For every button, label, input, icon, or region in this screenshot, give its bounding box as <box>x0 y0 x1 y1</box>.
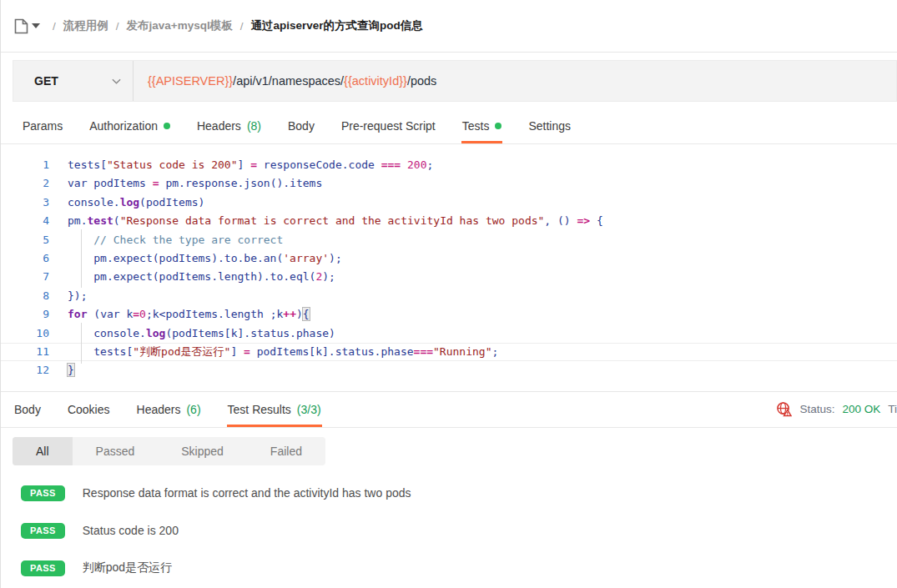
filter-skipped[interactable]: Skipped <box>158 437 247 465</box>
code-token: { <box>590 214 603 227</box>
filter-failed[interactable]: Failed <box>247 437 325 465</box>
code-token: === <box>414 345 433 358</box>
code-token: (podItems[k].status.phase) <box>165 327 335 339</box>
tab-settings[interactable]: Settings <box>527 108 572 143</box>
tab-label: Tests <box>462 119 490 133</box>
indent-guide <box>68 324 93 343</box>
code-line-text: console.log(podItems[k].status.phase) <box>49 324 897 343</box>
line-number: 5 <box>1 231 49 249</box>
response-tab-test-results[interactable]: Test Results(3/3) <box>227 392 322 427</box>
code-token: pm.response.json().items <box>159 177 323 189</box>
tab-tests[interactable]: Tests <box>461 108 503 143</box>
filter-all[interactable]: All <box>13 437 73 465</box>
code-line-text: } <box>49 361 897 379</box>
tab-label: Body <box>288 119 315 133</box>
response-tab-cookies[interactable]: Cookies <box>67 392 111 427</box>
line-number: 12 <box>1 361 49 379</box>
code-token: console. <box>93 327 146 339</box>
tab-count-badge: (3/3) <box>297 403 321 416</box>
response-header: BodyCookiesHeaders(6)Test Results(3/3) S… <box>1 392 897 428</box>
pass-badge: PASS <box>21 523 65 539</box>
url-input[interactable]: {{APISERVER}}/api/v1/namespaces/{{activi… <box>134 61 896 101</box>
code-token: pm.expect(podItems.length).to.eql( <box>93 270 315 283</box>
tab-label: Authorization <box>89 119 158 133</box>
network-error-globe-icon[interactable] <box>776 401 792 417</box>
tab-params[interactable]: Params <box>22 108 63 143</box>
code-token: = <box>133 308 139 320</box>
url-env-variable: {{APISERVER}} <box>148 74 233 88</box>
url-path-segment: /pods <box>407 74 436 88</box>
line-number: 4 <box>1 212 49 230</box>
code-token: log <box>146 327 165 339</box>
chevron-down-icon <box>32 23 40 28</box>
breadcrumb-item-流程用例[interactable]: 流程用例 <box>63 18 108 33</box>
line-number: 11 <box>1 344 49 360</box>
time-label-truncated: Ti <box>888 403 897 415</box>
response-meta: Status: 200 OK Ti <box>776 392 897 427</box>
line-number: 1 <box>1 156 49 174</box>
breadcrumb-separator: / <box>53 20 56 33</box>
code-line-text: console.log(podItems) <box>49 193 897 212</box>
method-label: GET <box>34 74 58 88</box>
response-tabs: BodyCookiesHeaders(6)Test Results(3/3) <box>13 392 322 427</box>
code-line-text: }); <box>49 287 897 305</box>
line-number: 2 <box>1 174 49 193</box>
tab-body[interactable]: Body <box>287 108 315 143</box>
indent-guide <box>68 268 93 286</box>
code-token: } <box>68 364 74 376</box>
method-dropdown[interactable]: GET <box>13 61 134 101</box>
chevron-down-icon <box>112 77 121 86</box>
tab-label: Headers <box>137 403 181 416</box>
filter-passed[interactable]: Passed <box>73 437 159 465</box>
indent-guide <box>68 231 93 249</box>
pass-badge: PASS <box>21 560 65 576</box>
code-token: 200 <box>407 158 426 171</box>
breadcrumb-item-通过apiserver的方式查询pod信息: 通过apiserver的方式查询pod信息 <box>250 18 422 33</box>
code-token: ; <box>427 158 434 171</box>
tests-code-editor[interactable]: 1tests["Status code is 200"] = responseC… <box>1 144 897 391</box>
code-token: tests[ <box>68 158 107 171</box>
code-line-text: pm.expect(podItems).to.be.an('array'); <box>49 249 897 268</box>
request-tabs: ParamsAuthorizationHeaders(8)BodyPre-req… <box>1 108 897 144</box>
breadcrumb-item-发布java-mysql模板[interactable]: 发布java+mysql模板 <box>127 18 233 33</box>
code-token: }); <box>68 289 87 302</box>
test-result-text: 判断pod是否运行 <box>83 560 172 575</box>
code-token: , () <box>544 214 577 227</box>
code-token: tests[ <box>93 345 133 358</box>
code-token: ] <box>238 158 251 171</box>
code-token: "Status code is 200" <box>107 158 238 171</box>
response-tab-body[interactable]: Body <box>13 392 42 427</box>
code-token: ); <box>329 252 342 264</box>
green-dot-icon <box>164 123 170 129</box>
tab-label: Cookies <box>68 403 110 416</box>
code-token: log <box>120 196 139 209</box>
code-line-text: tests["判断pod是否运行"] = podItems[k].status.… <box>49 344 897 360</box>
code-token: ++ <box>283 308 296 320</box>
response-tab-headers[interactable]: Headers(6) <box>136 392 202 427</box>
code-token: = <box>250 158 257 171</box>
code-token: 'array' <box>283 252 329 264</box>
code-token: pm. <box>68 214 87 227</box>
code-line: 10console.log(podItems[k].status.phase) <box>1 324 897 343</box>
tab-pre-request-script[interactable]: Pre-request Script <box>340 108 436 143</box>
code-line-text: tests["Status code is 200"] = responseCo… <box>49 156 897 174</box>
code-token <box>401 158 407 171</box>
code-token: === <box>381 158 401 171</box>
pass-badge: PASS <box>21 485 65 501</box>
tab-authorization[interactable]: Authorization <box>88 108 171 143</box>
code-token: "Response data format is correct and the… <box>120 214 545 227</box>
code-line: 5// Check the type are correct <box>1 231 897 249</box>
file-type-dropdown[interactable] <box>14 18 40 34</box>
code-token: ); <box>322 270 335 283</box>
tab-headers[interactable]: Headers(8) <box>196 108 262 143</box>
code-line-text: pm.expect(podItems.length).to.eql(2); <box>49 268 897 286</box>
tab-label: Body <box>14 403 41 416</box>
tab-label: Test Results <box>228 403 291 416</box>
code-line: 6pm.expect(podItems).to.be.an('array'); <box>1 249 897 268</box>
result-filter-segmented-control: AllPassedSkippedFailed <box>13 437 325 465</box>
result-filter-section: AllPassedSkippedFailed <box>1 428 897 473</box>
code-token: (podItems) <box>139 196 204 209</box>
tab-label: Headers <box>197 119 241 133</box>
code-line: 7pm.expect(podItems.length).to.eql(2); <box>1 268 897 286</box>
status-value: 200 OK <box>842 403 880 415</box>
